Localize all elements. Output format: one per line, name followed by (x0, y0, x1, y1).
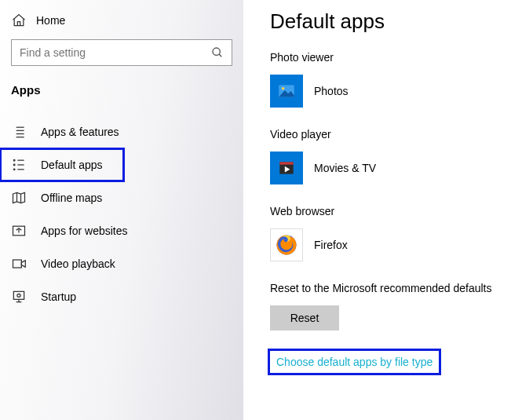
svg-point-12 (13, 164, 15, 166)
svg-point-28 (282, 87, 284, 89)
category-video-player: Video player Movies & TV (270, 128, 503, 184)
default-app-photos[interactable]: Photos (270, 75, 503, 108)
photos-icon (270, 75, 303, 108)
reset-section: Reset to the Microsoft recommended defau… (270, 282, 503, 331)
svg-rect-20 (13, 260, 22, 268)
sidebar-item-label: Apps for websites (41, 225, 128, 237)
home-label: Home (36, 14, 65, 27)
startup-icon (11, 289, 27, 305)
default-app-movies-tv[interactable]: Movies & TV (270, 152, 503, 184)
default-apps-icon (11, 157, 27, 173)
apps-websites-icon (11, 223, 27, 239)
sidebar-section-title: Apps (0, 80, 243, 111)
choose-by-file-type-link[interactable]: Choose default apps by file type (270, 351, 439, 373)
svg-rect-22 (13, 291, 24, 299)
search-input[interactable] (11, 39, 232, 66)
sidebar-item-label: Video playback (41, 257, 115, 270)
svg-point-14 (13, 169, 15, 170)
search-icon (211, 46, 224, 59)
search-field[interactable] (20, 46, 211, 59)
category-label: Video player (270, 128, 503, 141)
offline-maps-icon (11, 190, 27, 206)
sidebar-item-label: Default apps (41, 159, 103, 171)
home-nav[interactable]: Home (0, 8, 243, 36)
category-photo-viewer: Photo viewer Photos (270, 51, 503, 108)
svg-rect-31 (279, 162, 293, 164)
sidebar-item-apps-features[interactable]: Apps & features (0, 115, 243, 148)
firefox-icon (270, 228, 303, 261)
sidebar-item-apps-websites[interactable]: Apps for websites (0, 214, 243, 247)
app-name: Movies & TV (314, 162, 376, 174)
reset-label: Reset to the Microsoft recommended defau… (270, 282, 503, 294)
app-name: Photos (314, 85, 349, 97)
app-name: Firefox (314, 239, 348, 251)
category-web-browser: Web browser Firefox (270, 205, 503, 261)
sidebar-item-label: Offline maps (41, 192, 102, 204)
video-playback-icon (11, 256, 27, 272)
svg-point-0 (213, 48, 220, 55)
category-label: Web browser (270, 205, 503, 217)
sidebar-item-default-apps[interactable]: Default apps (0, 148, 124, 181)
sidebar-item-label: Startup (41, 290, 76, 303)
page-title: Default apps (270, 9, 503, 34)
sidebar-item-label: Apps & features (41, 126, 119, 138)
movies-tv-icon (270, 152, 303, 184)
home-icon (11, 13, 27, 28)
main-panel: Default apps Photo viewer Photos Video p… (243, 0, 511, 420)
sidebar-nav: Apps & features Default apps Offline map… (0, 111, 243, 313)
sidebar-item-offline-maps[interactable]: Offline maps (0, 181, 243, 214)
svg-marker-21 (21, 261, 25, 267)
category-label: Photo viewer (270, 51, 503, 64)
default-app-firefox[interactable]: Firefox (270, 228, 503, 261)
svg-point-10 (13, 159, 15, 161)
sidebar-item-startup[interactable]: Startup (0, 280, 243, 313)
settings-sidebar: Home Apps Apps & features (0, 0, 243, 420)
svg-line-1 (219, 54, 221, 57)
reset-button[interactable]: Reset (270, 305, 339, 331)
apps-features-icon (11, 124, 27, 140)
sidebar-item-video-playback[interactable]: Video playback (0, 247, 243, 280)
